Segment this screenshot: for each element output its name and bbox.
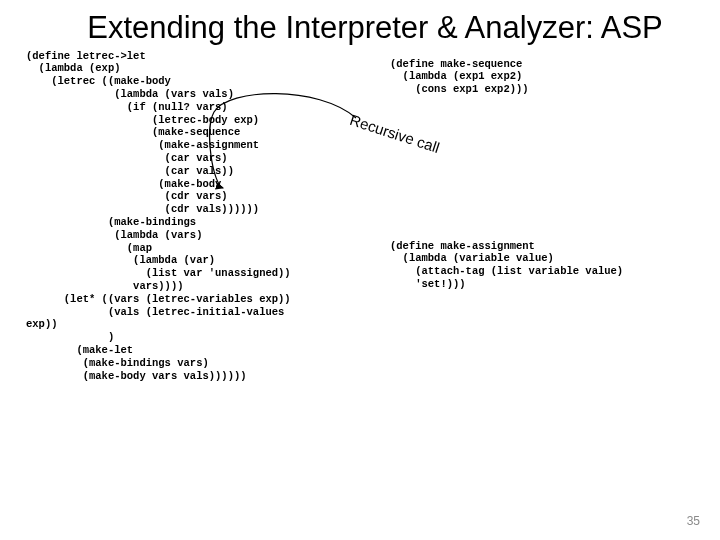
code-block-make-assignment: (define make-assignment (lambda (variabl…	[390, 240, 623, 291]
code-block-left: (define letrec->let (lambda (exp) (letre…	[26, 50, 291, 383]
recursive-call-label: Recursive call	[348, 111, 442, 156]
code-block-make-sequence: (define make-sequence (lambda (exp1 exp2…	[390, 58, 529, 96]
page-number: 35	[687, 514, 700, 528]
slide-title: Extending the Interpreter & Analyzer: AS…	[0, 0, 720, 50]
